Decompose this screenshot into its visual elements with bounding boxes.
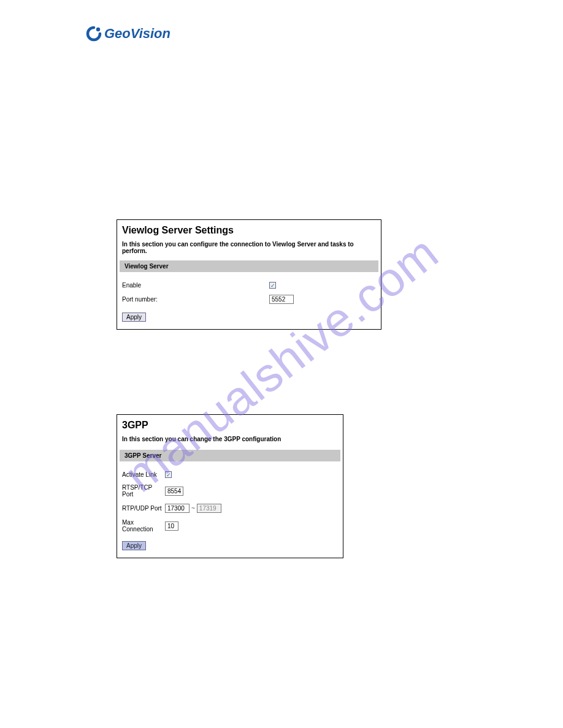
rtp-from-input[interactable]: 17300 (165, 504, 190, 513)
apply-button[interactable]: Apply (122, 313, 146, 322)
brand-logo: GeoVision (86, 26, 170, 42)
enable-checkbox[interactable]: ✓ (269, 282, 276, 289)
rtp-label: RTP/UDP Port (122, 505, 165, 512)
logo-geo: Geo (104, 26, 131, 41)
port-label: Port number: (122, 296, 269, 303)
logo-vision: Vision (131, 26, 170, 41)
panel1-title: Viewlog Server Settings (122, 225, 376, 236)
activate-checkbox[interactable]: ✓ (165, 471, 172, 478)
rtsp-label: RTSP/TCP Port (122, 484, 165, 498)
rtsp-row: RTSP/TCP Port 8554 (122, 484, 338, 498)
panel1-desc: In this section you can configure the co… (122, 241, 376, 254)
panel2-title: 3GPP (122, 420, 338, 431)
logo-icon (86, 26, 102, 42)
rtsp-input[interactable]: 8554 (165, 487, 183, 496)
max-label: Max Connection (122, 519, 165, 533)
3gpp-panel: 3GPP In this section you can change the … (117, 414, 343, 558)
rtp-to-input: 17319 (197, 504, 221, 513)
enable-label: Enable (122, 282, 269, 289)
activate-label: Activate Link (122, 471, 165, 478)
activate-row: Activate Link ✓ (122, 471, 338, 478)
max-input[interactable]: 10 (165, 521, 178, 531)
enable-row: Enable ✓ (122, 282, 376, 289)
panel2-section: 3GPP Server (120, 450, 340, 461)
max-row: Max Connection 10 (122, 519, 338, 533)
logo-text: GeoVision (104, 26, 170, 42)
port-input[interactable]: 5552 (269, 295, 294, 304)
panel2-desc: In this section you can change the 3GPP … (122, 436, 338, 442)
viewlog-server-panel: Viewlog Server Settings In this section … (117, 219, 381, 330)
port-row: Port number: 5552 (122, 295, 376, 304)
svg-point-0 (96, 28, 100, 31)
range-separator: ~ (191, 505, 195, 512)
panel1-section: Viewlog Server (120, 260, 378, 272)
rtp-row: RTP/UDP Port 17300 ~ 17319 (122, 504, 338, 513)
apply-button-2[interactable]: Apply (122, 541, 146, 550)
